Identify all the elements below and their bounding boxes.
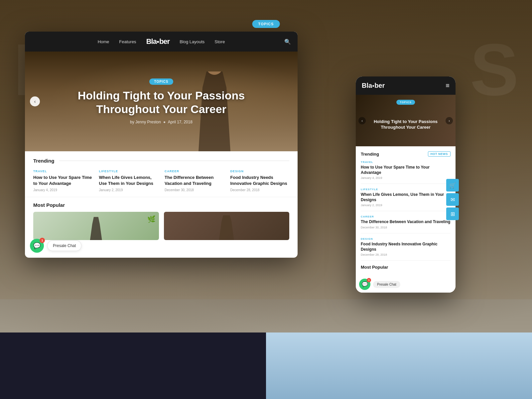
trending-date-1: January 2, 2019 xyxy=(99,188,158,192)
mobile-most-popular-heading: Most Popular xyxy=(361,265,451,270)
mobile-hot-news-btn[interactable]: HOT NEWS xyxy=(428,151,451,157)
trending-title-3[interactable]: Food Industry Needs Innovative Graphic D… xyxy=(230,175,290,187)
hero-meta: by Jenny Preston April 17, 2018 xyxy=(130,120,193,124)
desktop-chat-label[interactable]: Presale Chat xyxy=(47,240,81,251)
mobile-chat-button[interactable]: 💬 1 xyxy=(359,279,370,290)
desktop-mockup: Home Features Blaber Blog Layouts Store … xyxy=(25,32,298,258)
desktop-brand: Blaber xyxy=(146,37,170,46)
nav-link-store[interactable]: Store xyxy=(214,39,225,44)
mobile-news-date-3: December 28, 2018 xyxy=(361,253,451,256)
trending-grid: TRAVEL How to Use Your Spare Time to You… xyxy=(33,170,289,192)
mobile-news-item-3: DESIGN Food Industry Needs Innovative Gr… xyxy=(361,237,451,261)
mobile-news-date-0: January 4, 2019 xyxy=(361,176,451,180)
nav-link-features[interactable]: Features xyxy=(119,39,136,44)
mobile-hero: TOPICS ‹ › Holding Tight to Your Passion… xyxy=(356,95,456,146)
desktop-chat-badge: 1 xyxy=(40,238,45,243)
trending-category-3: DESIGN xyxy=(230,170,290,173)
mobile-news-title-1[interactable]: When Life Gives Lemons, Use Them in Your… xyxy=(361,192,451,202)
nav-link-blog-layouts[interactable]: Blog Layouts xyxy=(180,39,204,44)
sidebar-float-buttons: 🛒 ✉ ⊞ xyxy=(446,179,459,220)
mobile-news-cat-1: LIFESTYLE xyxy=(361,188,451,191)
mobile-news-item-0: TRAVEL How to Use Your Spare Time to You… xyxy=(361,161,451,184)
trending-date-3: December 28, 2018 xyxy=(230,188,290,192)
hero-author: by Jenny Preston xyxy=(130,120,161,124)
mobile-hero-badge: TOPICS xyxy=(396,100,415,105)
desktop-hero: ‹ TOPICS Holding Tight to Your Passions … xyxy=(25,52,298,151)
mobile-news-cat-2: CAREER xyxy=(361,215,451,218)
mobile-news-title-0[interactable]: How to Use Your Spare Time to Your Advan… xyxy=(361,165,451,175)
mobile-news-cat-0: TRAVEL xyxy=(361,161,451,164)
bg-topic-pill: TOPICS xyxy=(252,20,280,28)
mobile-news-item-2: CAREER The Difference Between Vacation a… xyxy=(361,215,451,233)
popular-person-0 xyxy=(88,217,103,240)
trending-category-2: CAREER xyxy=(165,170,224,173)
hero-title: Holding Tight to Your Passions Throughou… xyxy=(62,89,261,116)
mobile-news-date-1: January 2, 2019 xyxy=(361,203,451,207)
nav-link-home[interactable]: Home xyxy=(98,39,109,44)
trending-heading: Trending xyxy=(33,158,54,164)
mobile-brand: Blaber xyxy=(362,82,385,89)
trending-date-0: January 4, 2019 xyxy=(33,188,92,192)
trending-category-1: LIFESTYLE xyxy=(99,170,158,173)
desktop-chat-button[interactable]: 💬 1 xyxy=(30,239,44,253)
mobile-news-date-2: December 30, 2018 xyxy=(361,226,451,229)
trending-divider xyxy=(59,161,289,161)
mobile-trending-header: Trending HOT NEWS xyxy=(361,151,451,157)
float-layout-btn[interactable]: ⊞ xyxy=(446,207,459,220)
popular-thumb-1[interactable] xyxy=(164,212,290,240)
hero-dot xyxy=(164,121,165,123)
bottom-bar-light xyxy=(266,332,532,399)
trending-title-0[interactable]: How to Use Your Spare Time to Your Advan… xyxy=(33,175,92,187)
trending-item-2: CAREER The Difference Between Vacation a… xyxy=(165,170,224,192)
desktop-chat-widget: 💬 1 Presale Chat xyxy=(30,239,81,253)
mobile-hero-title: Holding Tight to Your Passions Throughou… xyxy=(356,111,456,130)
trending-title-1[interactable]: When Life Gives Lemons, Use Them in Your… xyxy=(99,175,158,187)
mobile-news-cat-3: DESIGN xyxy=(361,237,451,240)
mobile-menu-button[interactable]: ≡ xyxy=(446,82,450,89)
search-icon[interactable]: 🔍 xyxy=(284,39,291,45)
trending-title-2[interactable]: The Difference Between Vacation and Trav… xyxy=(165,175,224,187)
popular-person-1 xyxy=(218,215,235,240)
mobile-chat-badge: 1 xyxy=(367,278,371,282)
mobile-trending-heading: Trending xyxy=(361,152,379,157)
hero-prev-btn[interactable]: ‹ xyxy=(30,96,40,106)
popular-grid: 🌿 xyxy=(33,212,289,240)
popular-thumb-0[interactable]: 🌿 xyxy=(33,212,159,240)
trending-header: Trending xyxy=(33,158,289,164)
mobile-chat-icon: 💬 xyxy=(362,281,368,287)
mobile-chat-label[interactable]: Presale Chat xyxy=(373,281,400,288)
bottom-bar-dark xyxy=(0,332,266,399)
trending-category-0: TRAVEL xyxy=(33,170,92,173)
desktop-chat-icon: 💬 xyxy=(33,242,41,249)
mobile-content: Trending HOT NEWS TRAVEL How to Use Your… xyxy=(356,146,456,293)
trending-date-2: December 30, 2018 xyxy=(165,188,224,192)
desktop-nav: Home Features Blaber Blog Layouts Store … xyxy=(25,32,298,52)
popular-thumb-bg-1 xyxy=(164,212,290,240)
mobile-mockup: Blaber ≡ TOPICS ‹ › Holding Tight to You… xyxy=(356,76,456,293)
most-popular-section: Most Popular 🌿 xyxy=(25,197,298,245)
trending-item-0: TRAVEL How to Use Your Spare Time to You… xyxy=(33,170,92,192)
mobile-news-title-2[interactable]: The Difference Between Vacation and Trav… xyxy=(361,219,451,225)
desktop-trending-section: Trending TRAVEL How to Use Your Spare Ti… xyxy=(25,151,298,197)
mobile-news-item-1: LIFESTYLE When Life Gives Lemons, Use Th… xyxy=(361,188,451,211)
mobile-news-title-3[interactable]: Food Industry Needs Innovative Graphic D… xyxy=(361,242,451,252)
most-popular-heading: Most Popular xyxy=(33,202,289,208)
mobile-nav: Blaber ≡ xyxy=(356,76,456,95)
trending-item-1: LIFESTYLE When Life Gives Lemons, Use Th… xyxy=(99,170,158,192)
float-cart-btn[interactable]: 🛒 xyxy=(446,179,459,192)
popular-thumb-bg-0: 🌿 xyxy=(33,212,159,240)
hero-topics-badge: TOPICS xyxy=(149,78,173,85)
float-email-btn[interactable]: ✉ xyxy=(446,193,459,206)
trending-item-3: DESIGN Food Industry Needs Innovative Gr… xyxy=(230,170,290,192)
hero-date: April 17, 2018 xyxy=(168,120,193,124)
mobile-chat-widget: 💬 1 Presale Chat xyxy=(359,279,400,290)
